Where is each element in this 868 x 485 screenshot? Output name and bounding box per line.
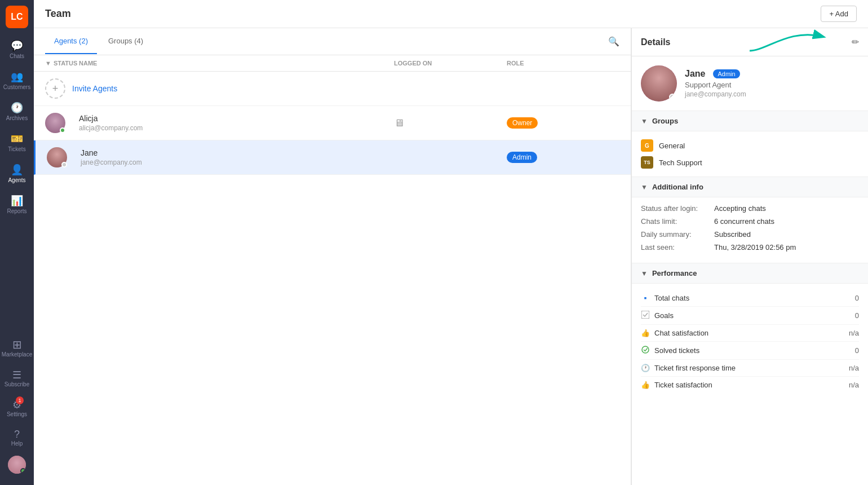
sidebar-item-chats[interactable]: 💬 Chats: [0, 34, 34, 65]
alicja-email: alicja@company.com: [79, 124, 394, 132]
ticket-satisfaction-value: n/a: [849, 381, 859, 389]
agent-row-jane[interactable]: Jane jane@company.com Admin: [34, 140, 631, 175]
alicja-avatar: [45, 113, 65, 133]
status-after-login-label: Status after login:: [641, 204, 714, 213]
goals-icon: [641, 311, 650, 320]
settings-badge: 1: [16, 396, 24, 404]
sidebar-item-customers[interactable]: 👥 Customers: [0, 65, 34, 96]
ticket-satisfaction-label: Ticket satisfaction: [654, 381, 712, 389]
perf-row-goals: Goals 0: [641, 307, 859, 325]
add-button[interactable]: + Add: [821, 6, 857, 22]
agent-profile: Jane Admin Support Agent jane@company.co…: [632, 56, 868, 111]
main-content: Team + Add Agents (2) Groups (4) 🔍 ▼ STA…: [34, 0, 868, 485]
sidebar-item-agents[interactable]: 👤 Agents: [0, 158, 34, 189]
perf-row-ticket-satisfaction: 👍 Ticket satisfaction n/a: [641, 377, 859, 393]
ticket-response-value: n/a: [849, 364, 859, 372]
col-role-header: ROLE: [507, 60, 619, 67]
performance-section: ▪ Total chats 0 Goals 0: [632, 284, 868, 399]
details-panel: Details ✏: [631, 28, 868, 485]
sidebar-settings-label: Settings: [7, 411, 27, 417]
user-avatar-sidebar[interactable]: [2, 452, 32, 479]
sidebar-item-settings[interactable]: ⚙ 1 Settings: [2, 393, 32, 423]
chat-satisfaction-value: n/a: [849, 329, 859, 337]
chats-icon: 💬: [11, 39, 23, 52]
groups-chevron: ▼: [641, 117, 648, 125]
sidebar-reports-label: Reports: [7, 208, 26, 214]
tabs-bar: Agents (2) Groups (4) 🔍: [34, 28, 631, 55]
total-chats-icon: ▪: [641, 293, 650, 302]
last-seen-value: Thu, 3/28/2019 02:56 pm: [714, 243, 796, 252]
sidebar-item-archives[interactable]: 🕐 Archives: [0, 96, 34, 127]
status-after-login-value: Accepting chats: [714, 204, 766, 213]
alicja-role-badge: Owner: [507, 117, 538, 129]
performance-label: Performance: [652, 269, 697, 277]
daily-summary-value: Subscribed: [714, 230, 751, 239]
sidebar-item-tickets[interactable]: 🎫 Tickets: [0, 127, 34, 158]
sidebar-marketplace-label: Marketplace: [2, 351, 32, 358]
ticket-response-icon: 🕐: [641, 364, 650, 372]
goals-value: 0: [855, 311, 859, 320]
general-name: General: [659, 142, 685, 150]
total-chats-value: 0: [855, 294, 859, 302]
info-row-chats-limit: Chats limit: 6 concurrent chats: [641, 217, 859, 226]
archives-icon: 🕐: [11, 102, 23, 114]
marketplace-icon: ⊞: [12, 338, 22, 351]
jane-avatar: [47, 147, 67, 167]
sidebar-item-subscribe[interactable]: ☰ Subscribe: [2, 363, 32, 393]
app-logo: LC: [6, 6, 28, 28]
additional-info-section-header[interactable]: ▼ Additional info: [632, 177, 868, 197]
total-chats-label: Total chats: [654, 294, 689, 302]
additional-info-label: Additional info: [652, 183, 703, 191]
tabs: Agents (2) Groups (4): [45, 29, 154, 54]
tab-groups[interactable]: Groups (4): [99, 29, 152, 54]
performance-section-header[interactable]: ▼ Performance: [632, 263, 868, 284]
sidebar-item-reports[interactable]: 📊 Reports: [0, 189, 34, 220]
alicja-status-dot: [60, 127, 65, 133]
tech-support-name: Tech Support: [659, 158, 702, 167]
svg-point-2: [642, 346, 649, 353]
group-item-general: G General: [641, 137, 859, 154]
help-icon: ?: [14, 429, 20, 440]
profile-email: jane@company.com: [685, 90, 746, 98]
additional-info-section: Status after login: Accepting chats Chat…: [632, 197, 868, 263]
performance-chevron: ▼: [641, 270, 648, 277]
tech-support-badge: TS: [641, 156, 653, 169]
agents-icon: 👤: [11, 164, 23, 176]
info-row-last-seen: Last seen: Thu, 3/28/2019 02:56 pm: [641, 243, 859, 252]
edit-icon[interactable]: ✏: [852, 37, 859, 47]
content-area: Agents (2) Groups (4) 🔍 ▼ STATUS NAME LO…: [34, 28, 868, 485]
col-status-header: ▼ STATUS: [45, 60, 79, 67]
sidebar-customers-label: Customers: [3, 84, 30, 90]
sidebar-subscribe-label: Subscribe: [5, 381, 29, 387]
sidebar-chats-label: Chats: [10, 53, 24, 59]
reports-icon: 📊: [11, 195, 23, 207]
invite-agents-row[interactable]: + Invite Agents: [34, 72, 631, 106]
goals-label: Goals: [654, 311, 674, 320]
agent-row-alicja[interactable]: Alicja alicja@company.com 🖥 Owner: [34, 106, 631, 140]
tab-agents[interactable]: Agents (2): [45, 29, 97, 54]
groups-section-header[interactable]: ▼ Groups: [632, 111, 868, 131]
sidebar-archives-label: Archives: [6, 115, 28, 121]
solved-tickets-value: 0: [855, 346, 859, 355]
desktop-icon: 🖥: [394, 117, 404, 129]
customers-icon: 👥: [11, 70, 23, 83]
search-button[interactable]: 🔍: [608, 36, 619, 47]
daily-summary-label: Daily summary:: [641, 230, 714, 239]
ticket-satisfaction-icon: 👍: [641, 381, 650, 389]
alicja-name: Alicja: [79, 114, 394, 123]
sort-arrow: ▼: [45, 60, 51, 67]
invite-circle-icon: +: [45, 78, 65, 99]
perf-row-total-chats: ▪ Total chats 0: [641, 289, 859, 307]
sidebar-help-label: Help: [11, 440, 23, 447]
tickets-icon: 🎫: [11, 133, 23, 145]
sidebar-tickets-label: Tickets: [8, 146, 25, 152]
sidebar-item-marketplace[interactable]: ⊞ Marketplace: [2, 332, 32, 363]
info-row-daily-summary: Daily summary: Subscribed: [641, 230, 859, 239]
jane-info: Jane jane@company.com: [81, 148, 394, 166]
svg-rect-1: [641, 311, 649, 319]
jane-status-dot: [61, 162, 67, 167]
profile-role-badge: Admin: [713, 69, 739, 78]
settings-icon: ⚙ 1: [12, 399, 21, 411]
info-row-status: Status after login: Accepting chats: [641, 204, 859, 213]
sidebar-item-help[interactable]: ? Help: [2, 423, 32, 452]
